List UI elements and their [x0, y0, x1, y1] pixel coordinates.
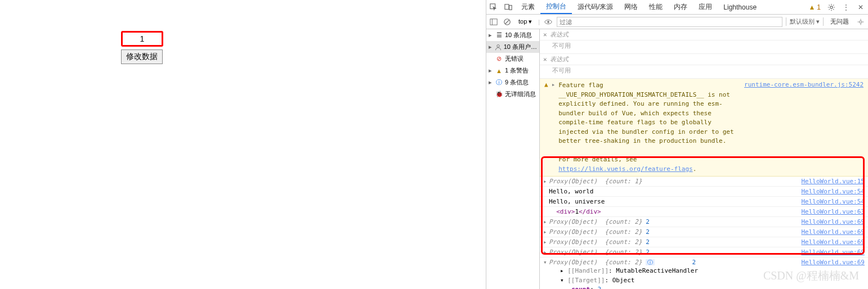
svg-point-3 [830, 6, 833, 8]
sidebar-item-errors[interactable]: ⊘无错误 [486, 53, 539, 65]
expand-arrow-icon[interactable]: ▸ [543, 178, 549, 185]
collapse-arrow-icon[interactable]: ▾ [543, 259, 549, 266]
log-content: Proxy(Object) {count: 2} 2 [549, 238, 797, 246]
warning-text-more: For more details, see [558, 156, 637, 163]
svg-line-7 [505, 20, 509, 24]
tab-sources[interactable]: 源代码/来源 [572, 0, 619, 14]
close-expression-icon[interactable]: ✕ [543, 56, 547, 63]
svg-rect-2 [509, 5, 512, 10]
sidebar-item-verbose[interactable]: 🐞无详细消息 [486, 88, 539, 100]
console-filterbar: top ▾ | 默认级别 ▾ 无问题 [486, 15, 868, 29]
source-link[interactable]: HelloWorld.vue:69 [797, 228, 865, 236]
log-content: Hello, world [549, 188, 797, 195]
source-link[interactable]: HelloWorld.vue:15 [797, 178, 865, 185]
tab-lighthouse[interactable]: Lighthouse [718, 0, 762, 14]
level-select[interactable]: 默认级别 ▾ [786, 17, 824, 26]
source-link[interactable]: HelloWorld.vue:69 [797, 249, 865, 256]
source-link[interactable]: HelloWorld.vue:69 [797, 259, 865, 266]
device-icon[interactable] [501, 3, 516, 11]
console-warning: ▲ ▸ Feature flag __VUE_PROD_HYDRATION_MI… [540, 79, 868, 177]
settings-icon[interactable] [824, 3, 839, 11]
log-content: Hello, universe [549, 198, 797, 205]
source-link[interactable]: HelloWorld.vue:54 [797, 188, 865, 195]
console-output: ✕表达式 不可用 ✕表达式 不可用 ▲ ▸ Feature flag __VUE… [540, 29, 868, 289]
sidebar-item-info[interactable]: ▸ⓘ9 条信息 [486, 76, 539, 88]
log-content: Proxy(Object) {count: 2} 2 [549, 228, 797, 236]
console-log-row[interactable]: ▸Proxy(Object) {count: 1}HelloWorld.vue:… [540, 177, 868, 187]
tab-network[interactable]: 网络 [619, 0, 643, 14]
devtools-panel: 元素 控制台 源代码/来源 网络 性能 内存 应用 Lighthouse ▲1 … [486, 0, 868, 289]
context-select[interactable]: top ▾ [516, 17, 535, 26]
expand-arrow-icon[interactable]: ▸ [543, 218, 549, 225]
tab-console[interactable]: 控制台 [540, 0, 572, 14]
expression-label: 表达式 [550, 30, 569, 39]
tab-application[interactable]: 应用 [693, 0, 718, 14]
close-icon[interactable]: ✕ [853, 3, 868, 11]
expression-na: 不可用 [540, 65, 868, 79]
warning-text: Feature flag __VUE_PROD_HYDRATION_MISMAT… [558, 82, 733, 144]
source-link[interactable]: HelloWorld.vue:69 [797, 218, 865, 225]
devtools-tabbar: 元素 控制台 源代码/来源 网络 性能 内存 应用 Lighthouse ▲1 … [486, 0, 868, 15]
tab-memory[interactable]: 内存 [668, 0, 693, 14]
log-content: Proxy(Object) {count: 2} 2 [549, 218, 797, 225]
expand-arrow-icon[interactable]: ▸ [543, 238, 549, 246]
filter-input[interactable] [557, 17, 782, 27]
log-content: Proxy(Object) {count: 1} [549, 178, 797, 185]
expression-na: 不可用 [540, 40, 868, 54]
sidebar-item-user[interactable]: ▸10 条用户… [486, 41, 539, 53]
tab-elements[interactable]: 元素 [516, 0, 540, 14]
inspect-icon[interactable] [486, 3, 501, 11]
tab-performance[interactable]: 性能 [643, 0, 668, 14]
sidebar-toggle-icon[interactable] [489, 18, 499, 26]
counter-display: 1 [121, 31, 163, 47]
watermark: CSDN @程楠楠&M [763, 268, 859, 283]
log-content: Proxy(Object) {count: 2} ⓘ 2▸ [[Handler]… [549, 259, 797, 289]
source-link[interactable]: HelloWorld.vue:54 [797, 198, 865, 205]
warning-count[interactable]: ▲1 [805, 3, 824, 11]
console-log-row[interactable]: Hello, worldHelloWorld.vue:54 [540, 187, 868, 197]
expand-arrow-icon[interactable]: ▸ [543, 249, 549, 256]
more-icon[interactable]: ⋮ [839, 3, 853, 11]
svg-point-9 [547, 21, 549, 23]
svg-point-10 [860, 20, 862, 22]
live-expression-icon[interactable] [543, 18, 553, 26]
svg-rect-1 [505, 4, 509, 9]
console-sidebar: ▸☰10 条消息 ▸10 条用户… ⊘无错误 ▸▲1 条警告 ▸ⓘ9 条信息 🐞… [486, 29, 540, 289]
console-log-row[interactable]: ▸Proxy(Object) {count: 2} 2HelloWorld.vu… [540, 227, 868, 237]
expression-label: 表达式 [550, 55, 569, 64]
svg-rect-4 [490, 19, 497, 25]
console-log-row[interactable]: Hello, universeHelloWorld.vue:54 [540, 197, 868, 207]
clear-console-icon[interactable] [502, 18, 512, 26]
warning-source-link[interactable]: runtime-core.esm-bundler.js:5242 [744, 81, 863, 174]
console-log-row[interactable]: ▸Proxy(Object) {count: 2} 2HelloWorld.vu… [540, 247, 868, 258]
feature-flags-link[interactable]: https://link.vuejs.org/feature-flags [558, 165, 692, 173]
no-issues-label: 无问题 [827, 17, 852, 26]
warning-icon: ▲ [544, 81, 548, 174]
source-link[interactable]: HelloWorld.vue:63 [797, 208, 865, 215]
console-log-row[interactable]: <div>1</div>HelloWorld.vue:63 [540, 207, 868, 217]
close-expression-icon[interactable]: ✕ [543, 31, 547, 38]
console-log-row[interactable]: ▸Proxy(Object) {count: 2} 2HelloWorld.vu… [540, 217, 868, 227]
modify-data-button[interactable]: 修改数据 [121, 49, 163, 64]
source-link[interactable]: HelloWorld.vue:69 [797, 238, 865, 246]
log-content: <div>1</div> [549, 208, 797, 215]
log-content: Proxy(Object) {count: 2} 2 [549, 249, 797, 256]
settings-small-icon[interactable] [856, 18, 866, 26]
sidebar-item-messages[interactable]: ▸☰10 条消息 [486, 29, 539, 41]
svg-point-11 [496, 44, 499, 47]
sidebar-item-warnings[interactable]: ▸▲1 条警告 [486, 65, 539, 76]
console-log-row[interactable]: ▸Proxy(Object) {count: 2} 2HelloWorld.vu… [540, 237, 868, 247]
expand-arrow-icon[interactable]: ▸ [543, 228, 549, 236]
